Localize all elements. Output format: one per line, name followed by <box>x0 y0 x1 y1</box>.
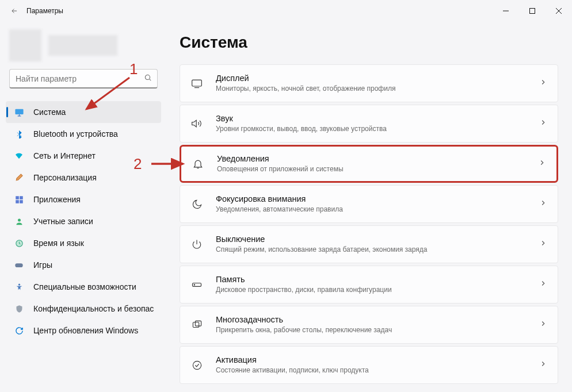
back-button[interactable] <box>8 5 21 17</box>
svg-rect-2 <box>15 109 23 114</box>
sidebar-item-label: Конфиденциальность и безопас <box>33 304 154 313</box>
svg-rect-4 <box>20 196 23 199</box>
card-focus[interactable]: Фокусировка внимания Уведомления, автома… <box>180 185 558 223</box>
svg-rect-5 <box>16 200 19 203</box>
card-notifications[interactable]: Уведомления Оповещения от приложений и с… <box>180 145 558 183</box>
accessibility-icon <box>14 282 24 292</box>
chevron-right-icon <box>539 279 547 290</box>
maximize-button[interactable] <box>519 0 546 22</box>
window-controls <box>493 0 572 22</box>
card-subtitle: Уведомления, автоматические правила <box>216 205 539 214</box>
titlebar: Параметры <box>0 0 572 22</box>
minimize-button[interactable] <box>493 0 519 22</box>
clock-icon <box>14 238 24 248</box>
card-subtitle: Прикрепить окна, рабочие столы, переключ… <box>216 326 539 335</box>
avatar <box>9 29 41 62</box>
svg-rect-11 <box>192 80 202 86</box>
chevron-right-icon <box>539 118 547 129</box>
sidebar-item-label: Bluetooth и устройства <box>33 129 118 139</box>
window-title: Параметры <box>26 7 63 15</box>
moon-icon <box>190 198 203 210</box>
system-icon <box>14 107 24 117</box>
close-button[interactable] <box>546 0 572 22</box>
bluetooth-icon <box>14 129 24 139</box>
chevron-right-icon <box>539 78 547 89</box>
brush-icon <box>14 172 24 183</box>
search-icon <box>144 74 152 84</box>
card-subtitle: Оповещения от приложений и системы <box>217 165 538 174</box>
sidebar-item-bluetooth[interactable]: Bluetooth и устройства <box>6 123 161 145</box>
update-icon <box>14 325 24 336</box>
card-title: Активация <box>216 355 539 366</box>
main-content: Система Дисплей Мониторы, яркость, ночно… <box>167 22 572 392</box>
sidebar-item-accounts[interactable]: Учетные записи <box>6 210 161 232</box>
chevron-right-icon <box>539 239 547 249</box>
card-multitasking[interactable]: Многозадачность Прикрепить окна, рабочие… <box>180 306 558 344</box>
card-power[interactable]: Выключение Спящий режим, использование з… <box>180 225 558 263</box>
card-title: Память <box>216 274 539 285</box>
sidebar-item-accessibility[interactable]: Специальные возможности <box>6 276 161 298</box>
sidebar-item-gaming[interactable]: Игры <box>6 254 161 276</box>
sidebar-item-label: Центр обновления Windows <box>33 326 138 335</box>
sidebar-item-apps[interactable]: Приложения <box>6 189 161 210</box>
activation-icon <box>190 359 203 371</box>
sidebar-item-time[interactable]: Время и язык <box>6 232 161 254</box>
apps-icon <box>14 194 24 205</box>
annotation-arrow-1 <box>81 75 138 115</box>
card-subtitle: Мониторы, яркость, ночной свет, отображе… <box>216 84 539 94</box>
card-sound[interactable]: Звук Уровни громкости, вывод, ввод, звук… <box>180 105 558 143</box>
sidebar-item-label: Система <box>33 107 66 117</box>
card-title: Уведомления <box>217 153 538 164</box>
svg-rect-3 <box>16 196 19 199</box>
storage-icon <box>190 278 203 291</box>
card-subtitle: Спящий режим, использование заряда батар… <box>216 245 539 255</box>
chevron-right-icon <box>538 159 546 169</box>
card-activation[interactable]: Активация Состояние активации, подписки,… <box>180 346 558 384</box>
card-title: Многозадачность <box>216 314 539 325</box>
svg-point-1 <box>145 75 150 79</box>
nav: Система Bluetooth и устройства Сеть и Ин… <box>6 101 161 341</box>
svg-rect-6 <box>20 200 23 203</box>
sidebar-item-label: Учетные записи <box>33 217 93 226</box>
gamepad-icon <box>14 260 24 270</box>
chevron-right-icon <box>539 320 547 330</box>
annotation-arrow-2 <box>148 155 189 172</box>
card-title: Дисплей <box>216 73 539 84</box>
card-title: Фокусировка внимания <box>216 194 539 205</box>
sidebar-item-label: Сеть и Интернет <box>33 151 96 160</box>
svg-rect-15 <box>195 321 201 326</box>
svg-rect-0 <box>530 9 535 14</box>
card-display[interactable]: Дисплей Мониторы, яркость, ночной свет, … <box>180 64 558 102</box>
display-icon <box>190 77 203 90</box>
sidebar-item-privacy[interactable]: Конфиденциальность и безопас <box>6 298 161 320</box>
account-name <box>48 35 117 56</box>
wifi-icon <box>14 151 24 161</box>
svg-point-13 <box>194 285 195 285</box>
card-subtitle: Состояние активации, подписки, ключ прод… <box>216 366 539 375</box>
card-title: Звук <box>216 113 539 124</box>
sidebar-item-label: Приложения <box>33 195 81 204</box>
card-storage[interactable]: Память Дисковое пространство, диски, пра… <box>180 266 558 303</box>
shield-icon <box>14 303 24 314</box>
account-block[interactable] <box>9 31 158 60</box>
annotation-number-2: 2 <box>134 155 142 173</box>
multitask-icon <box>190 318 203 331</box>
svg-rect-14 <box>193 322 199 327</box>
page-title: Система <box>180 33 558 52</box>
card-subtitle: Уровни громкости, вывод, ввод, звуковые … <box>216 125 539 134</box>
svg-point-7 <box>18 218 21 221</box>
svg-point-10 <box>18 283 20 285</box>
sidebar-item-update[interactable]: Центр обновления Windows <box>6 320 161 341</box>
person-icon <box>14 216 24 226</box>
sidebar-item-label: Персонализация <box>33 173 97 182</box>
svg-point-16 <box>193 361 201 369</box>
sound-icon <box>190 117 203 130</box>
bell-icon <box>192 157 204 170</box>
power-icon <box>190 238 203 251</box>
card-subtitle: Дисковое пространство, диски, правила ко… <box>216 286 539 295</box>
card-title: Выключение <box>216 234 539 245</box>
sidebar-item-label: Игры <box>33 260 52 270</box>
chevron-right-icon <box>539 199 547 209</box>
chevron-right-icon <box>539 360 547 370</box>
svg-rect-9 <box>15 263 22 267</box>
